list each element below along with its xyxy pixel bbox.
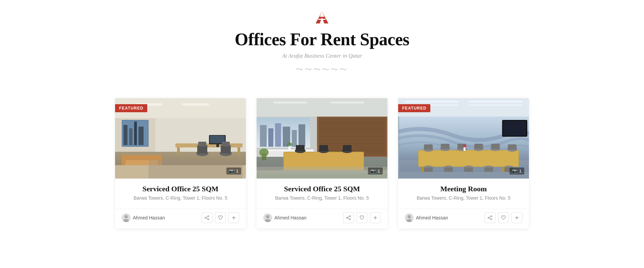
favorite-button-3[interactable] bbox=[498, 212, 509, 223]
card-location-3: Barwa Towers, C-Ring, Tower 1, Floors No… bbox=[417, 195, 511, 201]
svg-rect-101 bbox=[419, 151, 518, 166]
svg-rect-22 bbox=[198, 142, 206, 146]
listing-card-2: 📷 1 Serviced Office 25 SQM Barwa Towers,… bbox=[257, 98, 387, 228]
featured-badge-3: FEATURED bbox=[398, 104, 430, 112]
svg-point-36 bbox=[208, 219, 209, 220]
svg-line-38 bbox=[206, 216, 208, 217]
agent-info-2: Ahmed Hassan bbox=[263, 213, 307, 222]
svg-rect-57 bbox=[275, 123, 281, 147]
svg-rect-99 bbox=[503, 121, 526, 136]
featured-badge-1: FEATURED bbox=[115, 104, 147, 112]
svg-rect-93 bbox=[469, 101, 522, 103]
add-button-1[interactable] bbox=[228, 212, 239, 223]
svg-point-127 bbox=[463, 145, 466, 147]
svg-rect-10 bbox=[129, 128, 132, 145]
svg-point-64 bbox=[287, 142, 292, 146]
card-image-1[interactable]: FEATURED 📷 1 bbox=[115, 98, 246, 179]
agent-name-3: Ahmed Hassan bbox=[416, 215, 448, 220]
photo-count-1: 📷 1 bbox=[226, 168, 241, 175]
svg-rect-68 bbox=[296, 145, 305, 151]
favorite-button-1[interactable] bbox=[215, 212, 226, 223]
card-body-1: Serviced Office 25 SQM Barwa Towers, C-R… bbox=[115, 179, 246, 209]
svg-point-35 bbox=[208, 216, 209, 217]
svg-line-88 bbox=[347, 218, 349, 219]
svg-rect-72 bbox=[343, 145, 352, 151]
svg-point-86 bbox=[346, 217, 348, 218]
svg-line-39 bbox=[206, 218, 208, 219]
card-body-2: Serviced Office 25 SQM Barwa Towers, C-R… bbox=[257, 179, 387, 209]
card-footer-1: Ahmed Hassan bbox=[115, 209, 246, 228]
card-actions-1 bbox=[202, 212, 239, 223]
add-button-2[interactable] bbox=[370, 212, 381, 223]
card-title-3: Meeting Room bbox=[440, 185, 487, 193]
svg-point-130 bbox=[408, 215, 411, 218]
svg-rect-113 bbox=[491, 144, 500, 149]
cards-section: FEATURED 📷 1 Serviced Office 25 SQM Barw… bbox=[0, 91, 644, 242]
card-actions-3 bbox=[485, 212, 522, 223]
svg-point-134 bbox=[488, 217, 489, 218]
svg-rect-11 bbox=[134, 122, 137, 145]
svg-rect-111 bbox=[474, 144, 483, 149]
svg-rect-19 bbox=[216, 144, 219, 147]
photo-count-3: 📷 1 bbox=[509, 168, 524, 175]
favorite-button-2[interactable] bbox=[357, 212, 367, 223]
svg-point-132 bbox=[491, 216, 492, 217]
page-subtitle: At Arafat Business Center in Qatar bbox=[282, 53, 362, 59]
header-section: Offices For Rent Spaces At Arafat Busine… bbox=[235, 0, 409, 91]
camera-icon-2: 📷 bbox=[371, 169, 376, 174]
svg-point-84 bbox=[349, 216, 351, 217]
listing-card-1: FEATURED 📷 1 Serviced Office 25 SQM Barw… bbox=[115, 98, 246, 228]
svg-line-87 bbox=[347, 216, 349, 217]
svg-rect-2 bbox=[318, 19, 326, 20]
card-image-2[interactable]: 📷 1 bbox=[257, 98, 387, 179]
svg-rect-59 bbox=[292, 130, 297, 147]
svg-marker-1 bbox=[320, 11, 324, 17]
svg-rect-70 bbox=[319, 145, 328, 151]
svg-rect-56 bbox=[268, 128, 273, 147]
svg-point-33 bbox=[124, 215, 128, 218]
card-footer-2: Ahmed Hassan bbox=[257, 209, 387, 228]
agent-avatar-3 bbox=[405, 213, 414, 222]
page-title: Offices For Rent Spaces bbox=[235, 29, 409, 49]
agent-info-1: Ahmed Hassan bbox=[122, 213, 165, 222]
svg-rect-9 bbox=[123, 125, 127, 145]
agent-avatar-2 bbox=[263, 213, 272, 222]
svg-rect-60 bbox=[299, 124, 305, 147]
svg-rect-92 bbox=[405, 101, 459, 103]
share-button-3[interactable] bbox=[485, 212, 495, 223]
agent-info-3: Ahmed Hassan bbox=[405, 213, 448, 222]
agent-avatar-1 bbox=[122, 213, 130, 222]
listing-card-3: FEATURED 📷 1 Meeting Room Barwa Towers, … bbox=[398, 98, 529, 228]
svg-line-135 bbox=[489, 216, 491, 217]
svg-rect-42 bbox=[257, 98, 387, 117]
svg-line-136 bbox=[489, 218, 491, 219]
camera-icon-3: 📷 bbox=[512, 169, 518, 174]
svg-rect-12 bbox=[139, 127, 144, 145]
share-button-1[interactable] bbox=[202, 212, 212, 223]
camera-icon-1: 📷 bbox=[229, 169, 234, 174]
svg-point-37 bbox=[205, 217, 206, 218]
card-image-3[interactable]: FEATURED 📷 1 bbox=[398, 98, 529, 179]
card-location-2: Barwa Towers, C-Ring, Tower 1, Floors No… bbox=[275, 195, 369, 201]
card-actions-2 bbox=[343, 212, 381, 223]
svg-rect-97 bbox=[398, 117, 399, 179]
svg-rect-14 bbox=[175, 143, 243, 147]
photo-count-2: 📷 1 bbox=[368, 168, 383, 175]
logo-icon bbox=[313, 10, 331, 26]
add-button-3[interactable] bbox=[512, 212, 522, 223]
agent-name-2: Ahmed Hassan bbox=[274, 215, 307, 220]
card-body-3: Meeting Room Barwa Towers, C-Ring, Tower… bbox=[398, 179, 529, 209]
svg-rect-115 bbox=[508, 144, 517, 150]
card-title-1: Serviced Office 25 SQM bbox=[143, 185, 219, 193]
agent-name-1: Ahmed Hassan bbox=[133, 215, 165, 220]
svg-rect-55 bbox=[260, 125, 267, 147]
svg-point-82 bbox=[266, 215, 269, 218]
svg-point-78 bbox=[259, 148, 269, 156]
share-button-2[interactable] bbox=[343, 212, 354, 223]
svg-rect-105 bbox=[424, 144, 433, 150]
page-wrapper: Offices For Rent Spaces At Arafat Busine… bbox=[0, 0, 644, 268]
divider: 〜〜〜〜〜〜 bbox=[296, 65, 348, 75]
svg-rect-95 bbox=[469, 104, 522, 106]
svg-rect-27 bbox=[122, 155, 162, 160]
svg-rect-44 bbox=[330, 102, 364, 104]
